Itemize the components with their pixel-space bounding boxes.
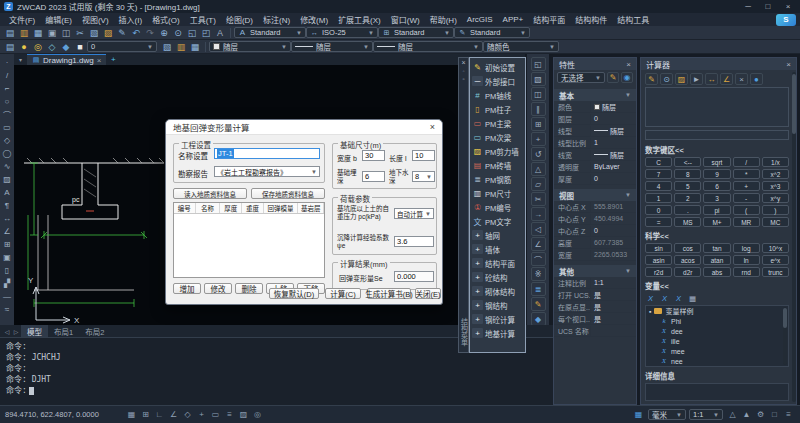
- pan-icon[interactable]: ⊕: [157, 27, 171, 39]
- edit-polyline-icon[interactable]: ✎: [531, 297, 546, 311]
- move-icon[interactable]: +: [531, 132, 546, 146]
- new-tab-icon[interactable]: +: [108, 55, 118, 64]
- cycle-icon[interactable]: ◎: [251, 409, 264, 421]
- menu-item-8[interactable]: 修改(M): [295, 14, 333, 25]
- calc-key-x^y[interactable]: x^y: [762, 193, 789, 203]
- dialog-button-3[interactable]: 关闭(E): [415, 288, 441, 299]
- variable-item[interactable]: Xdee: [646, 326, 788, 336]
- property-value[interactable]: 0: [591, 115, 636, 122]
- save-icon[interactable]: ▦: [31, 27, 45, 39]
- expand-icon[interactable]: ▪: [649, 308, 651, 315]
- palette-item-9[interactable]: ▥PM尺寸: [470, 186, 525, 200]
- otrack-icon[interactable]: +: [195, 409, 208, 421]
- calc-key-MR[interactable]: MR: [733, 217, 760, 227]
- calc-key-5[interactable]: 5: [674, 181, 701, 191]
- calc-key-9[interactable]: 9: [703, 169, 730, 179]
- fillet-icon[interactable]: ⌒: [531, 252, 546, 266]
- lineweight-icon[interactable]: ≡: [223, 409, 236, 421]
- calc-distance-icon[interactable]: ↔: [705, 73, 718, 85]
- leader-icon[interactable]: ∠: [1, 225, 13, 237]
- row-button-0[interactable]: 增加: [173, 283, 201, 294]
- annotation-visibility-icon[interactable]: △: [726, 409, 739, 421]
- scientific-section-label[interactable]: 科学<<: [645, 230, 789, 241]
- scale-icon[interactable]: △: [531, 162, 546, 176]
- annotation-autoscale-icon[interactable]: ▲: [740, 409, 753, 421]
- property-value[interactable]: 是: [591, 290, 636, 300]
- calc-fn-e^x[interactable]: e^x: [762, 255, 789, 265]
- mleader-style-combo[interactable]: ✎Standard▼: [454, 27, 530, 38]
- menu-item-3[interactable]: 插入(I): [114, 14, 148, 25]
- calc-help-icon[interactable]: ●: [750, 73, 763, 85]
- snap-icon[interactable]: ▦: [125, 409, 138, 421]
- text-style-combo[interactable]: AStandard▼: [234, 27, 306, 38]
- property-value[interactable]: 607.7385: [591, 239, 636, 246]
- new-file-icon[interactable]: ▤: [3, 27, 17, 39]
- calc-key-4[interactable]: 4: [645, 181, 672, 191]
- array-icon[interactable]: ⊞: [531, 117, 546, 131]
- status-menu-icon[interactable]: ≡: [782, 409, 795, 421]
- calc-paste-icon[interactable]: ▨: [675, 73, 688, 85]
- arc-icon[interactable]: ⌒: [1, 108, 13, 120]
- layer-isolate-icon[interactable]: ▦: [188, 41, 202, 53]
- layout-tab-模型[interactable]: 模型: [21, 325, 48, 337]
- calc-fn-ln[interactable]: ln: [733, 255, 760, 265]
- layer-freeze-icon[interactable]: ◇: [45, 41, 59, 53]
- layout-tab-布局1[interactable]: 布局1: [48, 325, 79, 337]
- palette-item-5[interactable]: ▭PM次梁: [470, 130, 525, 144]
- layout-tab-布局2[interactable]: 布局2: [79, 325, 110, 337]
- variables-root[interactable]: ▪变量样例: [646, 306, 788, 316]
- property-value[interactable]: 2265.0533: [591, 251, 636, 258]
- calculator-close-icon[interactable]: ×: [786, 60, 791, 69]
- units-combo[interactable]: 毫米▼: [648, 409, 686, 420]
- palette-item-1[interactable]: ─外部接口: [470, 74, 525, 88]
- menu-item-1[interactable]: 编辑(E): [40, 14, 77, 25]
- insert-block-icon[interactable]: ▯: [1, 264, 13, 276]
- edit-variable-icon[interactable]: X: [659, 293, 670, 303]
- tab-menu-icon[interactable]: ▾: [16, 54, 25, 66]
- menu-item-0[interactable]: 文件(F): [4, 14, 40, 25]
- calc-key-=[interactable]: =: [645, 217, 672, 227]
- collapse-icon[interactable]: ▼: [625, 268, 631, 274]
- palette-pin-icon[interactable]: ◦: [462, 68, 464, 74]
- mtext-icon[interactable]: ¶: [1, 199, 13, 211]
- close-button[interactable]: ×: [780, 1, 796, 12]
- soil-layers-table[interactable]: 编号名称厚度重度回弹模量基岩层: [173, 202, 325, 278]
- palette-item-17[interactable]: +钢结构: [470, 298, 525, 312]
- layer-color-chip[interactable]: ■: [73, 41, 87, 53]
- dim-style-combo[interactable]: ↔ISO-25▼: [306, 27, 378, 38]
- ellipse-icon[interactable]: ◯: [1, 147, 13, 159]
- restore-button[interactable]: □: [760, 1, 776, 12]
- redo-icon[interactable]: ↷: [143, 27, 157, 39]
- dialog-button-0[interactable]: 恢复默认(D): [269, 288, 319, 299]
- palette-item-15[interactable]: +砼结构: [470, 270, 525, 284]
- properties-close-icon[interactable]: ×: [626, 60, 631, 69]
- pc-combo[interactable]: 自动计算▼: [394, 208, 434, 219]
- text-style-icon[interactable]: A: [213, 27, 227, 39]
- menu-item-7[interactable]: 标注(N): [258, 14, 295, 25]
- palette-item-6[interactable]: ▨PM剪力墙: [470, 144, 525, 158]
- row-button-2[interactable]: 删除: [235, 283, 263, 294]
- print-preview-icon[interactable]: ◫: [59, 27, 73, 39]
- menu-item-11[interactable]: 帮助(H): [425, 14, 462, 25]
- palette-item-19[interactable]: +地基计算: [470, 326, 525, 340]
- match-properties-icon[interactable]: ✎: [115, 27, 129, 39]
- calc-fn-rnd[interactable]: rnd: [733, 267, 760, 277]
- osnap-icon[interactable]: ◇: [181, 409, 194, 421]
- variable-item[interactable]: kPhi: [646, 316, 788, 326]
- calc-key-([interactable]: (: [733, 205, 760, 215]
- hatch-icon[interactable]: ▨: [1, 173, 13, 185]
- calc-key-x^3[interactable]: x^3: [762, 181, 789, 191]
- calc-key-C[interactable]: C: [645, 157, 672, 167]
- layer-previous-icon[interactable]: ▧: [160, 41, 174, 53]
- color-combo[interactable]: 随层▼: [209, 41, 291, 52]
- property-value[interactable]: 1:1: [591, 279, 636, 286]
- palette-close-icon[interactable]: ×: [461, 59, 465, 66]
- ortho-icon[interactable]: ∟: [153, 409, 166, 421]
- palette-item-3[interactable]: ▯PM柱子: [470, 102, 525, 116]
- calc-fn-trunc[interactable]: trunc: [762, 267, 789, 277]
- width-input[interactable]: 30: [362, 150, 385, 161]
- variable-item[interactable]: Xrad: [646, 366, 788, 367]
- calc-key-/[interactable]: /: [733, 157, 760, 167]
- calc-key-M+[interactable]: M+: [703, 217, 730, 227]
- dialog-close-icon[interactable]: ×: [430, 122, 435, 132]
